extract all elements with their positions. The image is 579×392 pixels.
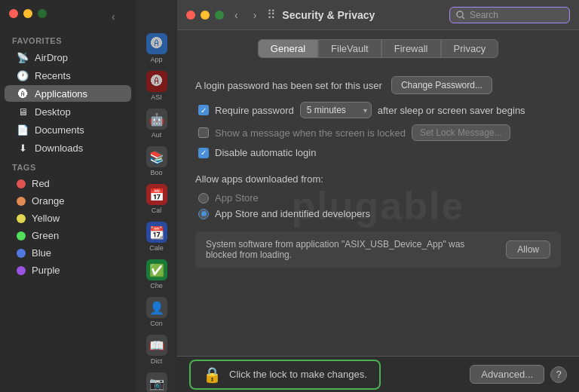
- downloads-icon: ⬇: [17, 142, 29, 154]
- list-item[interactable]: 👤 Con: [136, 294, 177, 330]
- change-password-button[interactable]: Change Password...: [391, 76, 492, 94]
- password-time-select-wrapper[interactable]: 5 minutes immediately 5 seconds 1 minute…: [300, 102, 372, 118]
- app-store-devs-radio-row[interactable]: App Store and identified developers: [195, 208, 561, 219]
- file-name: Boo: [138, 169, 176, 176]
- list-item[interactable]: 📷 Face: [136, 369, 177, 392]
- sidebar-tag-purple[interactable]: Purple: [5, 262, 131, 278]
- password-time-select[interactable]: 5 minutes immediately 5 seconds 1 minute…: [300, 102, 372, 118]
- bottom-right: Advanced... ?: [470, 365, 567, 384]
- app-store-devs-radio[interactable]: [198, 209, 209, 219]
- file-name: Che: [138, 282, 176, 289]
- sidebar-item-desktop[interactable]: 🖥 Desktop: [5, 103, 131, 120]
- search-icon: [456, 11, 465, 20]
- tag-label-orange: Orange: [32, 195, 64, 207]
- tag-label-green: Green: [32, 230, 59, 241]
- file-name: App: [138, 56, 176, 63]
- cal-icon: 📅: [146, 184, 167, 205]
- tag-dot-red: [17, 179, 26, 188]
- app-store-radio-row[interactable]: App Store: [195, 192, 561, 204]
- grid-icon[interactable]: ⠿: [267, 8, 276, 22]
- app-store-radio[interactable]: [198, 193, 209, 204]
- lock-text: Click the lock to make changes.: [229, 369, 367, 380]
- sidebar-tl-red[interactable]: [9, 9, 18, 18]
- tag-label-red: Red: [32, 178, 50, 189]
- search-bar[interactable]: [449, 7, 570, 23]
- show-message-checkbox[interactable]: [198, 127, 209, 138]
- sidebar-tag-blue[interactable]: Blue: [5, 245, 131, 261]
- title-bar: ‹ › ⠿ Security & Privacy: [177, 0, 579, 30]
- file-name: Dict: [138, 357, 176, 365]
- allow-apps-label: Allow apps downloaded from:: [195, 173, 561, 185]
- advanced-button[interactable]: Advanced...: [470, 365, 544, 384]
- title-tl-yellow[interactable]: [201, 11, 210, 20]
- sidebar-item-documents[interactable]: 📄 Documents: [5, 121, 131, 138]
- system-software-box: System software from application "ASIX_U…: [195, 231, 561, 268]
- set-lock-message-button[interactable]: Set Lock Message...: [412, 124, 510, 141]
- sidebar-item-airdrop[interactable]: 📡 AirDrop: [5, 49, 131, 66]
- search-input[interactable]: [470, 10, 560, 20]
- watermark: plugable: [292, 183, 465, 228]
- list-item[interactable]: 📅 Cal: [136, 181, 177, 217]
- after-sleep-text: after sleep or screen saver begins: [378, 105, 525, 116]
- sidebar-item-label: AirDrop: [35, 52, 68, 63]
- file-name: Cale: [138, 244, 176, 252]
- tag-dot-green: [17, 231, 26, 240]
- allow-button[interactable]: Allow: [506, 240, 550, 259]
- require-password-checkbox[interactable]: ✓: [198, 105, 209, 115]
- sidebar: ‹ Favorites 📡 AirDrop 🕐 Recents 🅐 Applic…: [0, 0, 136, 392]
- sidebar-tag-red[interactable]: Red: [5, 176, 131, 191]
- help-button[interactable]: ?: [550, 366, 567, 383]
- sidebar-item-label: Applications: [35, 88, 87, 100]
- radio-inner-dot: [201, 211, 207, 216]
- title-tl-red[interactable]: [186, 11, 195, 20]
- tab-firewall[interactable]: Firewall: [381, 39, 441, 58]
- tab-filevault[interactable]: FileVault: [318, 39, 381, 58]
- favorites-label: Favorites: [0, 30, 136, 48]
- list-item[interactable]: 🤖 Aut: [136, 106, 177, 142]
- tab-general[interactable]: General: [258, 39, 318, 58]
- sidebar-item-recents[interactable]: 🕐 Recents: [5, 67, 131, 84]
- sidebar-item-applications[interactable]: 🅐 Applications: [5, 85, 131, 102]
- sidebar-tag-orange[interactable]: Orange: [5, 193, 131, 209]
- nav-forward-button[interactable]: ›: [249, 8, 262, 23]
- file-name: Cal: [138, 207, 176, 214]
- sidebar-item-label: Recents: [35, 70, 71, 81]
- lock-section[interactable]: 🔒 Click the lock to make changes.: [189, 360, 381, 390]
- show-message-label: Show a message when the screen is locked: [215, 127, 406, 139]
- app-icon: 🅐: [146, 33, 167, 54]
- main-window: ‹ › ⠿ Security & Privacy General FileVau…: [177, 0, 579, 392]
- file-name: ASI: [138, 93, 176, 101]
- require-password-row: ✓ Require password 5 minutes immediately…: [195, 102, 561, 118]
- che-icon: ✅: [146, 259, 167, 280]
- sidebar-tl-green[interactable]: [38, 9, 47, 18]
- sidebar-tl-yellow[interactable]: [23, 9, 32, 18]
- tags-label: Tags: [0, 157, 136, 175]
- system-software-text: System software from application "ASIX_U…: [206, 239, 497, 260]
- recents-icon: 🕐: [17, 69, 29, 81]
- sidebar-item-downloads[interactable]: ⬇ Downloads: [5, 139, 131, 156]
- list-item[interactable]: 🅐 App: [136, 30, 177, 66]
- list-item[interactable]: 📚 Boo: [136, 143, 177, 179]
- sidebar-collapse-button[interactable]: ‹: [112, 11, 115, 23]
- tab-privacy[interactable]: Privacy: [441, 39, 499, 58]
- list-item[interactable]: 📆 Cale: [136, 219, 177, 255]
- title-tl-green[interactable]: [215, 11, 224, 20]
- login-password-text: A login password has been set for this u…: [195, 80, 382, 91]
- disable-login-checkbox[interactable]: ✓: [198, 148, 209, 158]
- sidebar-tag-yellow[interactable]: Yellow: [5, 210, 131, 226]
- list-item[interactable]: 🅐 ASI: [136, 68, 177, 104]
- show-message-row: Show a message when the screen is locked…: [195, 124, 561, 141]
- tabs-bar: General FileVault Firewall Privacy: [177, 30, 579, 64]
- list-item[interactable]: 📖 Dict: [136, 332, 177, 368]
- svg-line-1: [463, 17, 465, 19]
- general-content: plugable A login password has been set f…: [177, 64, 579, 356]
- tag-label-blue: Blue: [32, 247, 51, 259]
- list-item[interactable]: ✅ Che: [136, 256, 177, 292]
- sidebar-tag-green[interactable]: Green: [5, 228, 131, 243]
- asi-icon: 🅐: [146, 71, 167, 92]
- title-bar-traffic-lights: [186, 11, 224, 20]
- documents-icon: 📄: [17, 124, 29, 136]
- bottom-bar: 🔒 Click the lock to make changes. Advanc…: [177, 356, 579, 392]
- con-icon: 👤: [146, 297, 167, 318]
- nav-back-button[interactable]: ‹: [230, 8, 243, 23]
